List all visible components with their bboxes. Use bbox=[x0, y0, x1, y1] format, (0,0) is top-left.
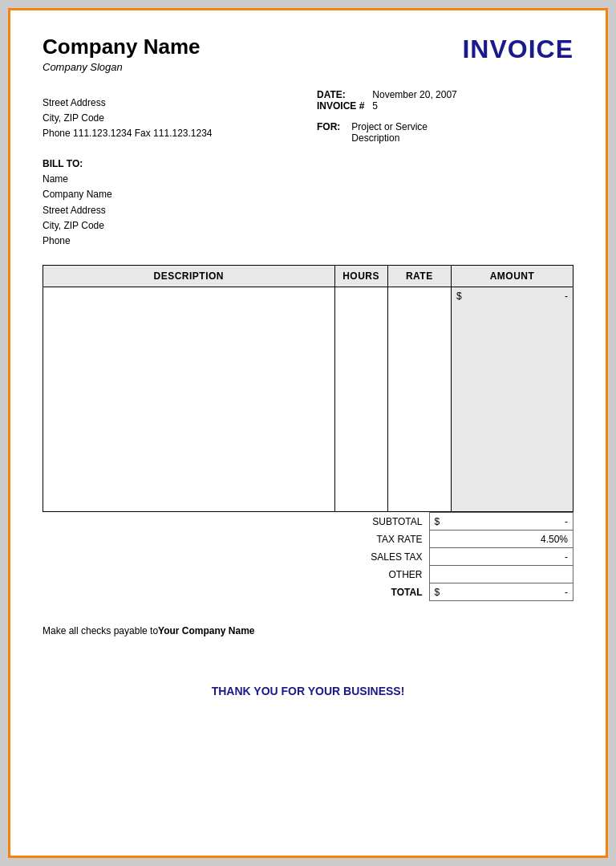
bill-to-phone: Phone bbox=[43, 234, 573, 249]
for-desc-line1: Project or Service bbox=[351, 121, 428, 132]
header-amount: AMOUNT bbox=[451, 266, 573, 287]
hours-cell bbox=[334, 287, 387, 512]
footer-note-prefix: Make all checks payable to bbox=[43, 625, 158, 636]
address-line2: City, ZIP Code bbox=[43, 111, 213, 126]
total-value: - bbox=[565, 587, 568, 598]
date-label: DATE: bbox=[317, 89, 372, 100]
for-label: FOR: bbox=[317, 121, 340, 144]
thank-you-message: THANK YOU FOR YOUR BUSINESS! bbox=[43, 685, 573, 697]
for-description: Project or Service Description bbox=[351, 121, 428, 144]
footer-note: Make all checks payable toYour Company N… bbox=[43, 625, 573, 636]
company-slogan: Company Slogan bbox=[43, 61, 201, 73]
invoice-title: INVOICE bbox=[462, 35, 573, 64]
company-info: Company Name Company Slogan bbox=[43, 35, 201, 73]
rate-cell bbox=[387, 287, 451, 512]
header-rate: RATE bbox=[387, 266, 451, 287]
table-body-row: $ - bbox=[43, 287, 573, 512]
subtotal-value-cell: $ - bbox=[429, 513, 573, 531]
amount-dollar: $ bbox=[456, 291, 462, 302]
total-dollar: $ bbox=[435, 587, 440, 598]
company-name: Company Name bbox=[43, 35, 201, 59]
summary-table: SUBTOTAL $ - TAX RATE 4.50% SALES TAX - … bbox=[317, 512, 573, 601]
sales-tax-row: SALES TAX - bbox=[317, 548, 573, 566]
other-row: OTHER bbox=[317, 566, 573, 583]
subtotal-value: - bbox=[565, 516, 568, 527]
header-hours: HOURS bbox=[334, 266, 387, 287]
for-desc-line2: Description bbox=[351, 132, 428, 144]
invoice-page: Company Name Company Slogan INVOICE Stre… bbox=[8, 8, 608, 858]
sales-tax-label: SALES TAX bbox=[317, 548, 429, 566]
invoice-table: DESCRIPTION HOURS RATE AMOUNT $ - bbox=[43, 265, 573, 512]
tax-rate-value: 4.50% bbox=[429, 531, 573, 548]
address-line3: Phone 111.123.1234 Fax 111.123.1234 bbox=[43, 126, 213, 141]
for-section: FOR: Project or Service Description bbox=[317, 121, 573, 144]
total-dollar-value: $ - bbox=[435, 587, 569, 598]
sales-tax-value: - bbox=[429, 548, 573, 566]
amount-value: $ - bbox=[456, 291, 568, 302]
bill-to-name: Name bbox=[43, 172, 573, 187]
total-label: TOTAL bbox=[317, 583, 429, 601]
address-line1: Street Address bbox=[43, 96, 213, 111]
bill-to-section: BILL TO: Name Company Name Street Addres… bbox=[43, 157, 573, 249]
other-label: OTHER bbox=[317, 566, 429, 583]
other-value bbox=[429, 566, 573, 583]
header-description: DESCRIPTION bbox=[43, 266, 335, 287]
subtotal-dollar-value: $ - bbox=[435, 516, 569, 527]
company-address: Street Address City, ZIP Code Phone 111.… bbox=[43, 96, 213, 142]
total-value-cell: $ - bbox=[429, 583, 573, 601]
subtotal-row: SUBTOTAL $ - bbox=[317, 513, 573, 531]
bill-to-label: BILL TO: bbox=[43, 157, 573, 172]
subtotal-dollar: $ bbox=[435, 516, 440, 527]
bill-to-city: City, ZIP Code bbox=[43, 218, 573, 234]
amount-cell: $ - bbox=[451, 287, 573, 512]
subtotal-label: SUBTOTAL bbox=[317, 513, 429, 531]
tax-rate-label: TAX RATE bbox=[317, 531, 429, 548]
amount-dash: - bbox=[565, 291, 568, 302]
footer-note-bold: Your Company Name bbox=[158, 625, 254, 636]
date-value: November 20, 2007 bbox=[372, 89, 456, 100]
tax-rate-row: TAX RATE 4.50% bbox=[317, 531, 573, 548]
bill-to-company: Company Name bbox=[43, 187, 573, 202]
total-row: TOTAL $ - bbox=[317, 583, 573, 601]
bill-to-address: Street Address bbox=[43, 203, 573, 218]
invoice-num-label: INVOICE # bbox=[317, 100, 372, 112]
summary-section: SUBTOTAL $ - TAX RATE 4.50% SALES TAX - … bbox=[43, 512, 573, 601]
desc-cell bbox=[43, 287, 335, 512]
invoice-num-value: 5 bbox=[372, 100, 456, 112]
right-header-info: DATE: November 20, 2007 INVOICE # 5 FOR:… bbox=[317, 89, 573, 144]
header-section: Company Name Company Slogan INVOICE bbox=[43, 35, 573, 73]
